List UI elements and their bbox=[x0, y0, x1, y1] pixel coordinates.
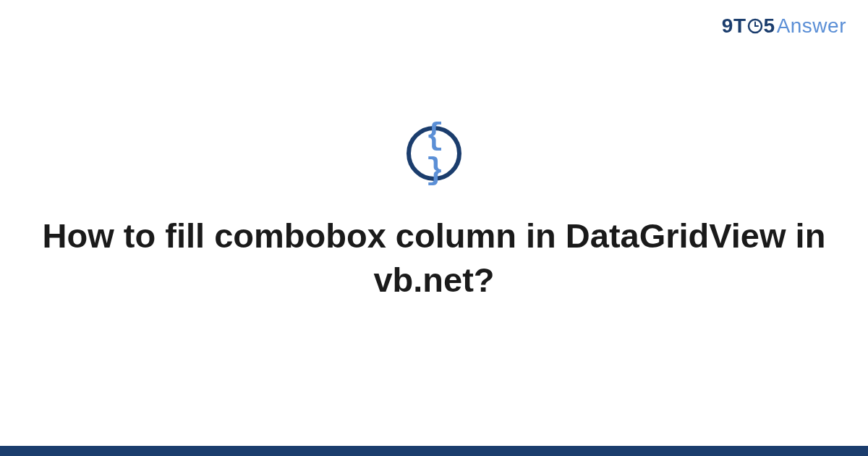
clock-icon bbox=[747, 18, 763, 34]
main-content: { } How to fill combobox column in DataG… bbox=[0, 126, 868, 302]
code-braces-icon: { } bbox=[407, 126, 461, 181]
brand-logo: 9T 5 Answer bbox=[722, 14, 846, 38]
brand-text-9t: 9T bbox=[722, 14, 746, 38]
question-title: How to fill combobox column in DataGridV… bbox=[0, 214, 868, 302]
brand-text-answer: Answer bbox=[777, 14, 846, 38]
brand-text-5: 5 bbox=[764, 14, 775, 38]
braces-glyph: { } bbox=[411, 119, 457, 188]
footer-accent-bar bbox=[0, 446, 868, 456]
